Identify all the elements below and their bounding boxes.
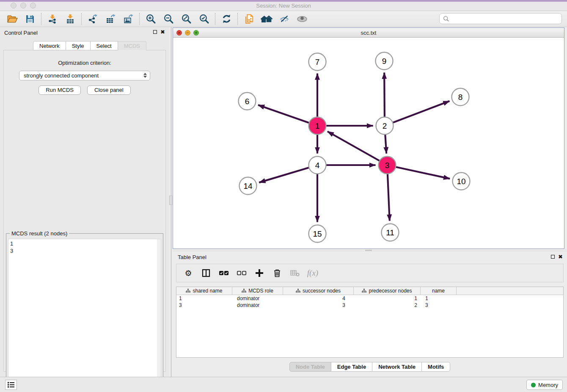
graph-node-11[interactable]: 11 xyxy=(382,224,399,241)
edge-3-1[interactable] xyxy=(328,132,387,165)
column-header-successor-nodes[interactable]: successor nodes xyxy=(283,287,354,295)
close-panel-icon[interactable]: ✖ xyxy=(160,30,165,34)
columns-icon[interactable] xyxy=(200,267,212,279)
graph-node-2[interactable]: 2 xyxy=(376,117,394,135)
refresh-layout-icon[interactable] xyxy=(217,12,235,26)
vertical-splitter[interactable] xyxy=(169,27,173,377)
table-cell[interactable]: 3 xyxy=(283,302,354,309)
run-mcds-button[interactable]: Run MCDS xyxy=(39,86,81,95)
table-cell[interactable]: dominator xyxy=(232,295,283,302)
memory-button[interactable]: Memory xyxy=(526,380,563,390)
zoom-in-icon[interactable] xyxy=(142,12,160,26)
export-network-icon[interactable] xyxy=(84,12,102,26)
zoom-fit-icon[interactable] xyxy=(177,12,195,26)
column-header-predecessor-nodes[interactable]: predecessor nodes xyxy=(354,287,421,295)
zoom-out-icon[interactable] xyxy=(160,12,177,26)
optimization-criterion-label: Optimization criterion: xyxy=(4,60,165,66)
network-graph[interactable]: 1234678910111415 xyxy=(173,38,564,248)
close-panel-button[interactable]: Close panel xyxy=(87,86,131,95)
optimization-criterion-dropdown[interactable]: strongly connected component xyxy=(19,71,150,80)
network-window-titlebar[interactable]: ✕ − + scc.txt xyxy=(173,28,564,38)
table-panel: Table Panel ✖ ⚙ f(x) shared nameMCDS rol… xyxy=(173,252,567,377)
table-row[interactable]: 1dominator411 xyxy=(176,295,563,302)
horizontal-splitter[interactable] xyxy=(173,249,567,252)
tab-motifs[interactable]: Motifs xyxy=(422,362,450,372)
splitter-handle[interactable] xyxy=(365,250,372,251)
column-header-mcds-role[interactable]: MCDS role xyxy=(232,287,283,295)
titlebar-accent xyxy=(0,0,567,2)
table-panel-tabs: Node TableEdge TableNetwork TableMotifs xyxy=(173,362,567,372)
tab-select[interactable]: Select xyxy=(91,41,118,50)
result-scrollbar[interactable] xyxy=(157,239,161,391)
column-label: shared name xyxy=(193,288,222,294)
graph-node-8[interactable]: 8 xyxy=(452,88,469,106)
task-history-button[interactable] xyxy=(5,380,17,390)
tab-network-table[interactable]: Network Table xyxy=(372,362,422,372)
graph-node-10[interactable]: 10 xyxy=(453,173,470,190)
node-table: shared nameMCDS rolesuccessor nodesprede… xyxy=(176,287,564,358)
table-cell[interactable]: dominator xyxy=(232,302,283,309)
tab-node-table[interactable]: Node Table xyxy=(289,362,331,372)
network-canvas[interactable]: 1234678910111415 xyxy=(173,38,564,248)
add-row-icon[interactable] xyxy=(253,267,265,279)
export-table-icon[interactable] xyxy=(102,12,119,26)
table-row[interactable]: 3dominator323 xyxy=(176,302,563,309)
import-network-icon[interactable] xyxy=(44,12,61,26)
graph-node-7[interactable]: 7 xyxy=(309,53,326,71)
table-cell[interactable]: 1 xyxy=(421,295,457,302)
memory-status-icon xyxy=(531,383,536,387)
table-cell[interactable]: 1 xyxy=(354,295,421,302)
result-line: 3 xyxy=(10,247,159,254)
table-cell[interactable]: 4 xyxy=(283,295,354,302)
mcds-result-list[interactable]: 13 xyxy=(8,239,161,391)
import-table-icon[interactable] xyxy=(61,12,79,26)
svg-text:6: 6 xyxy=(245,97,250,106)
home-view-icon[interactable] xyxy=(258,12,275,26)
graph-node-1[interactable]: 1 xyxy=(309,117,326,135)
edge-3-10[interactable] xyxy=(387,165,450,179)
table-body: 1dominator4113dominator323 xyxy=(176,295,563,309)
show-graphics-eye-icon[interactable] xyxy=(293,12,311,26)
splitter-handle[interactable] xyxy=(169,196,172,205)
graph-node-3[interactable]: 3 xyxy=(379,157,396,174)
search-field[interactable] xyxy=(439,13,562,24)
graph-node-9[interactable]: 9 xyxy=(376,52,393,70)
app-titlebar: Session: New Session xyxy=(0,0,567,11)
close-panel-icon[interactable]: ✖ xyxy=(558,254,563,259)
mcds-result-title: MCDS result (2 nodes) xyxy=(10,230,69,237)
hide-graphics-eye-icon[interactable] xyxy=(275,12,293,26)
graph-node-4[interactable]: 4 xyxy=(309,157,326,174)
float-panel-icon[interactable] xyxy=(551,255,555,259)
main-toolbar xyxy=(0,11,567,27)
deselect-all-icon[interactable] xyxy=(236,267,248,279)
edge-1-6[interactable] xyxy=(258,105,317,126)
table-cell[interactable]: 1 xyxy=(176,295,232,302)
table-cell[interactable]: 3 xyxy=(421,302,457,309)
tab-network[interactable]: Network xyxy=(33,41,66,50)
graph-node-6[interactable]: 6 xyxy=(239,93,256,110)
column-header-name[interactable]: name xyxy=(421,287,457,295)
save-session-icon[interactable] xyxy=(21,12,39,26)
tab-edge-table[interactable]: Edge Table xyxy=(331,362,372,372)
table-cell[interactable]: 3 xyxy=(176,302,232,309)
tab-mcds[interactable]: MCDS xyxy=(118,41,146,50)
float-panel-icon[interactable] xyxy=(153,30,157,34)
function-builder-icon[interactable]: f(x) xyxy=(307,267,319,279)
search-input[interactable] xyxy=(452,16,558,22)
delete-row-trash-icon[interactable] xyxy=(271,267,283,279)
table-cell[interactable]: 2 xyxy=(354,302,421,309)
memory-label: Memory xyxy=(538,382,558,388)
column-header-shared-name[interactable]: shared name xyxy=(176,287,232,295)
edge-2-8[interactable] xyxy=(385,101,449,126)
export-image-icon[interactable] xyxy=(119,12,137,26)
delete-table-icon[interactable] xyxy=(289,267,301,279)
open-session-icon[interactable] xyxy=(3,12,21,26)
select-all-icon[interactable] xyxy=(218,267,230,279)
column-label: predecessor nodes xyxy=(369,288,412,294)
tab-style[interactable]: Style xyxy=(66,41,91,50)
gear-icon[interactable]: ⚙ xyxy=(182,267,194,279)
graph-node-15[interactable]: 15 xyxy=(309,225,326,243)
zoom-selected-icon[interactable] xyxy=(195,12,213,26)
clone-network-icon[interactable] xyxy=(240,12,258,26)
graph-node-14[interactable]: 14 xyxy=(239,177,257,195)
